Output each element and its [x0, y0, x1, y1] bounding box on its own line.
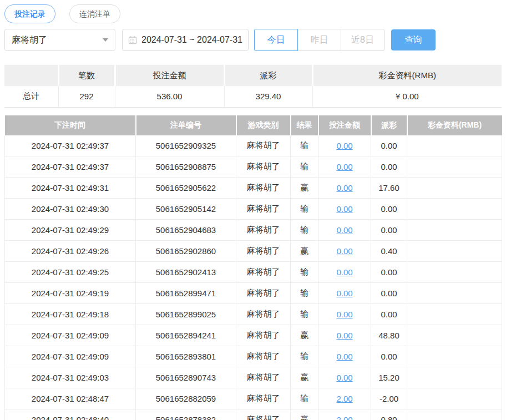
bet-amount-link[interactable]: 0.00 [336, 289, 352, 298]
tab-bar: 投注记录 连消注单 [4, 4, 502, 23]
bet-time-cell: 2024-07-31 02:48:40 [5, 409, 136, 420]
bet-amount-cell: 0.00 [318, 283, 371, 304]
search-button[interactable]: 查询 [391, 29, 436, 50]
yesterday-button[interactable]: 昨日 [297, 29, 341, 51]
header-bet-amount: 投注金额 [318, 115, 371, 135]
bet-amount-cell: 2.00 [318, 409, 371, 420]
betting-records-page: 投注记录 连消注单 麻将胡了 2024-07-31 ~ 2024-07-31 今… [0, 0, 506, 420]
game-type-cell: 麻将胡了 [236, 325, 291, 346]
game-type-cell: 麻将胡了 [236, 135, 291, 156]
bet-amount-cell: 0.00 [318, 135, 371, 156]
table-row: 2024-07-31 02:49:375061652909325麻将胡了输0.0… [5, 135, 502, 156]
game-type-cell: 麻将胡了 [236, 220, 291, 241]
bet-id-cell: 5061652904683 [136, 220, 236, 241]
bet-amount-link[interactable]: 0.00 [336, 310, 352, 319]
bet-amount-link[interactable]: 2.00 [336, 394, 352, 403]
table-row: 2024-07-31 02:49:265061652902860麻将胡了赢0.0… [5, 241, 502, 262]
bet-amount-link[interactable]: 0.00 [336, 204, 352, 214]
game-type-cell: 麻将胡了 [236, 283, 291, 304]
bet-id-cell: 5061652894241 [136, 325, 236, 346]
bet-amount-link[interactable]: 0.00 [336, 183, 352, 193]
table-row: 2024-07-31 02:48:475061652882059麻将胡了输2.0… [5, 388, 502, 409]
game-type-select[interactable]: 麻将胡了 [4, 29, 115, 51]
bonus-cell [407, 367, 502, 388]
summary-total-bet-amount: 536.00 [115, 86, 224, 107]
tab-cancelled-bets[interactable]: 连消注单 [69, 4, 120, 23]
bet-amount-cell: 0.00 [318, 156, 371, 178]
bet-id-cell: 5061652905142 [136, 199, 236, 220]
result-cell: 赢 [291, 325, 318, 346]
summary-header-count: 笔数 [58, 65, 115, 86]
summary-total-row: 总计 292 536.00 329.40 ¥ 0.00 [4, 86, 502, 107]
result-cell: 输 [291, 220, 318, 241]
bet-id-cell: 5061652878382 [136, 409, 236, 420]
bet-time-cell: 2024-07-31 02:49:18 [5, 304, 136, 325]
bet-amount-cell: 0.00 [318, 178, 371, 199]
game-type-cell: 麻将胡了 [236, 304, 291, 325]
bet-amount-link[interactable]: 0.00 [336, 141, 352, 150]
bet-time-cell: 2024-07-31 02:48:47 [5, 388, 136, 409]
game-type-cell: 麻将胡了 [236, 346, 291, 367]
bonus-cell [407, 325, 502, 346]
table-row: 2024-07-31 02:49:035061652890743麻将胡了赢0.0… [5, 367, 502, 388]
result-cell: 赢 [291, 409, 318, 420]
bet-amount-link[interactable]: 0.00 [336, 246, 352, 256]
result-cell: 赢 [291, 367, 318, 388]
bet-amount-link[interactable]: 0.00 [336, 267, 352, 277]
table-row: 2024-07-31 02:49:295061652904683麻将胡了输0.0… [5, 220, 502, 241]
bet-time-cell: 2024-07-31 02:49:09 [5, 346, 136, 367]
bonus-cell [407, 283, 502, 304]
header-payout: 派彩 [371, 115, 407, 135]
header-game-type: 游戏类别 [236, 115, 291, 135]
table-row: 2024-07-31 02:49:255061652902413麻将胡了输0.0… [5, 262, 502, 283]
bet-time-cell: 2024-07-31 02:49:03 [5, 367, 136, 388]
header-bet-time: 下注时间 [5, 115, 136, 135]
today-button[interactable]: 今日 [254, 29, 298, 51]
bet-time-cell: 2024-07-31 02:49:30 [5, 199, 136, 220]
bet-amount-link[interactable]: 0.00 [336, 162, 352, 171]
result-cell: 输 [291, 199, 318, 220]
bet-id-cell: 5061652902860 [136, 241, 236, 262]
bet-amount-link[interactable]: 0.00 [336, 373, 352, 382]
payout-cell: -2.00 [371, 388, 407, 409]
summary-table: 笔数 投注金额 派彩 彩金资料(RMB) 总计 292 536.00 329.4… [4, 65, 502, 108]
bonus-cell [407, 178, 502, 199]
bet-amount-cell: 0.00 [318, 304, 371, 325]
table-row: 2024-07-31 02:49:095061652893801麻将胡了输0.0… [5, 346, 502, 367]
result-cell: 输 [291, 304, 318, 325]
summary-total-bonus: ¥ 0.00 [312, 86, 502, 107]
bonus-cell [407, 409, 502, 420]
date-range-input[interactable]: 2024-07-31 ~ 2024-07-31 [122, 29, 249, 51]
quick-date-button-group: 今日 昨日 近8日 [254, 29, 384, 51]
bet-time-cell: 2024-07-31 02:49:19 [5, 283, 136, 304]
bet-amount-link[interactable]: 2.00 [336, 415, 352, 420]
bet-id-cell: 5061652909325 [136, 135, 236, 156]
bet-amount-link[interactable]: 0.00 [336, 352, 352, 361]
payout-cell: 0.00 [371, 199, 407, 220]
game-type-cell: 麻将胡了 [236, 388, 291, 409]
summary-header-row: 笔数 投注金额 派彩 彩金资料(RMB) [4, 65, 502, 86]
bet-table-header-row: 下注时间 注单编号 游戏类别 结果 投注金额 派彩 彩金资料(RMB) [5, 115, 502, 135]
bet-amount-link[interactable]: 0.00 [336, 225, 352, 235]
payout-cell: 0.00 [371, 262, 407, 283]
bet-time-cell: 2024-07-31 02:49:37 [5, 156, 136, 178]
header-result: 结果 [291, 115, 318, 135]
last-8-days-button[interactable]: 近8日 [341, 29, 384, 51]
header-bonus: 彩金资料(RMB) [407, 115, 502, 135]
payout-cell: 0.40 [371, 241, 407, 262]
bet-amount-cell: 0.00 [318, 325, 371, 346]
bet-amount-link[interactable]: 0.00 [336, 331, 352, 340]
game-type-cell: 麻将胡了 [236, 409, 291, 420]
bonus-cell [407, 220, 502, 241]
result-cell: 输 [291, 262, 318, 283]
bet-time-cell: 2024-07-31 02:49:29 [5, 220, 136, 241]
bet-id-cell: 5061652899471 [136, 283, 236, 304]
bet-records-table: 下注时间 注单编号 游戏类别 结果 投注金额 派彩 彩金资料(RMB) 2024… [4, 115, 502, 420]
tab-betting-records[interactable]: 投注记录 [4, 4, 55, 23]
bet-time-cell: 2024-07-31 02:49:26 [5, 241, 136, 262]
bet-time-cell: 2024-07-31 02:49:25 [5, 262, 136, 283]
summary-header-bonus: 彩金资料(RMB) [312, 65, 502, 86]
bet-amount-cell: 0.00 [318, 262, 371, 283]
bet-amount-cell: 2.00 [318, 388, 371, 409]
game-type-cell: 麻将胡了 [236, 156, 291, 178]
